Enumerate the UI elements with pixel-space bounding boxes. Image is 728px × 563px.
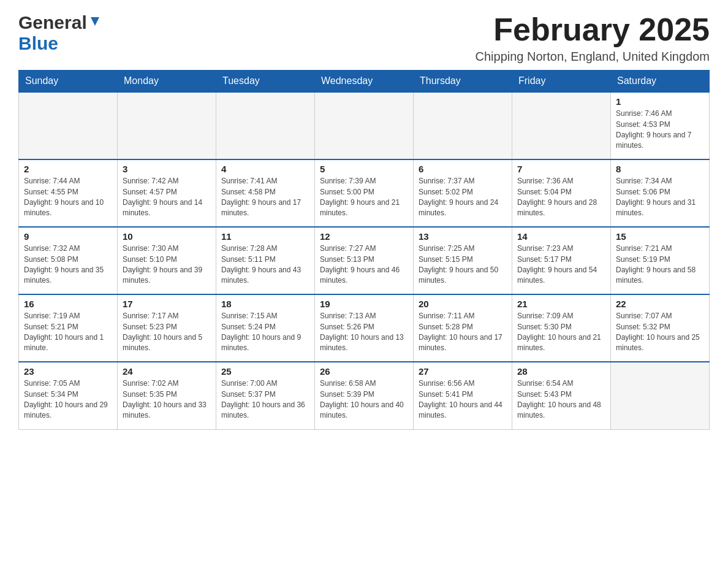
calendar-header: SundayMondayTuesdayWednesdayThursdayFrid… <box>19 71 710 93</box>
logo: General Blue <box>18 12 102 54</box>
day-info: Sunrise: 6:56 AMSunset: 5:41 PMDaylight:… <box>419 378 507 421</box>
day-number: 24 <box>123 366 211 377</box>
calendar-cell: 27Sunrise: 6:56 AMSunset: 5:41 PMDayligh… <box>414 362 512 429</box>
day-info: Sunrise: 7:25 AMSunset: 5:15 PMDaylight:… <box>419 243 507 286</box>
day-info: Sunrise: 7:32 AMSunset: 5:08 PMDaylight:… <box>24 243 112 286</box>
day-number: 19 <box>320 299 408 309</box>
day-number: 25 <box>221 366 309 377</box>
day-info: Sunrise: 7:19 AMSunset: 5:21 PMDaylight:… <box>24 311 112 354</box>
calendar-cell: 1Sunrise: 7:46 AMSunset: 4:53 PMDaylight… <box>611 92 710 159</box>
logo-arrow-icon <box>88 15 102 31</box>
day-number: 27 <box>419 366 507 377</box>
calendar-cell <box>611 362 710 429</box>
calendar-cell: 23Sunrise: 7:05 AMSunset: 5:34 PMDayligh… <box>19 362 118 429</box>
day-info: Sunrise: 7:21 AMSunset: 5:19 PMDaylight:… <box>616 243 704 286</box>
day-info: Sunrise: 7:02 AMSunset: 5:35 PMDaylight:… <box>123 378 211 421</box>
title-section: February 2025 Chipping Norton, England, … <box>476 12 710 64</box>
calendar-cell: 18Sunrise: 7:15 AMSunset: 5:24 PMDayligh… <box>216 294 315 362</box>
calendar-cell: 4Sunrise: 7:41 AMSunset: 4:58 PMDaylight… <box>216 159 315 227</box>
calendar-cell <box>414 92 512 159</box>
calendar-cell <box>19 92 118 159</box>
day-number: 23 <box>24 366 112 377</box>
day-info: Sunrise: 7:11 AMSunset: 5:28 PMDaylight:… <box>419 311 507 354</box>
calendar-cell: 14Sunrise: 7:23 AMSunset: 5:17 PMDayligh… <box>512 227 611 294</box>
day-info: Sunrise: 7:37 AMSunset: 5:02 PMDaylight:… <box>419 176 507 219</box>
calendar-cell: 10Sunrise: 7:30 AMSunset: 5:10 PMDayligh… <box>118 227 216 294</box>
calendar-cell <box>118 92 216 159</box>
calendar-week-3: 9Sunrise: 7:32 AMSunset: 5:08 PMDaylight… <box>19 227 710 294</box>
calendar-cell <box>315 92 414 159</box>
day-info: Sunrise: 7:41 AMSunset: 4:58 PMDaylight:… <box>221 176 309 219</box>
day-number: 3 <box>123 164 211 174</box>
calendar-cell: 12Sunrise: 7:27 AMSunset: 5:13 PMDayligh… <box>315 227 414 294</box>
day-number: 6 <box>419 164 507 174</box>
day-number: 10 <box>123 231 211 242</box>
day-info: Sunrise: 7:27 AMSunset: 5:13 PMDaylight:… <box>320 243 408 286</box>
calendar-cell: 19Sunrise: 7:13 AMSunset: 5:26 PMDayligh… <box>315 294 414 362</box>
day-info: Sunrise: 7:28 AMSunset: 5:11 PMDaylight:… <box>221 243 309 286</box>
weekday-header-wednesday: Wednesday <box>315 71 414 93</box>
day-number: 12 <box>320 231 408 242</box>
day-info: Sunrise: 7:39 AMSunset: 5:00 PMDaylight:… <box>320 176 408 219</box>
day-number: 13 <box>419 231 507 242</box>
calendar-week-5: 23Sunrise: 7:05 AMSunset: 5:34 PMDayligh… <box>19 362 710 429</box>
day-number: 5 <box>320 164 408 174</box>
calendar-cell: 25Sunrise: 7:00 AMSunset: 5:37 PMDayligh… <box>216 362 315 429</box>
day-number: 9 <box>24 231 112 242</box>
weekday-header-sunday: Sunday <box>19 71 118 93</box>
day-number: 22 <box>616 299 704 309</box>
calendar-cell: 11Sunrise: 7:28 AMSunset: 5:11 PMDayligh… <box>216 227 315 294</box>
svg-marker-0 <box>91 17 99 26</box>
day-info: Sunrise: 7:13 AMSunset: 5:26 PMDaylight:… <box>320 311 408 354</box>
calendar-cell: 22Sunrise: 7:07 AMSunset: 5:32 PMDayligh… <box>611 294 710 362</box>
calendar-cell <box>512 92 611 159</box>
day-number: 2 <box>24 164 112 174</box>
calendar-week-2: 2Sunrise: 7:44 AMSunset: 4:55 PMDaylight… <box>19 159 710 227</box>
day-info: Sunrise: 7:00 AMSunset: 5:37 PMDaylight:… <box>221 378 309 421</box>
calendar-cell: 21Sunrise: 7:09 AMSunset: 5:30 PMDayligh… <box>512 294 611 362</box>
calendar-table: SundayMondayTuesdayWednesdayThursdayFrid… <box>18 70 710 430</box>
weekday-header-row: SundayMondayTuesdayWednesdayThursdayFrid… <box>19 71 710 93</box>
day-number: 20 <box>419 299 507 309</box>
day-number: 17 <box>123 299 211 309</box>
calendar-cell: 28Sunrise: 6:54 AMSunset: 5:43 PMDayligh… <box>512 362 611 429</box>
calendar-cell: 13Sunrise: 7:25 AMSunset: 5:15 PMDayligh… <box>414 227 512 294</box>
calendar-body: 1Sunrise: 7:46 AMSunset: 4:53 PMDaylight… <box>19 92 710 429</box>
calendar-cell: 16Sunrise: 7:19 AMSunset: 5:21 PMDayligh… <box>19 294 118 362</box>
calendar-week-1: 1Sunrise: 7:46 AMSunset: 4:53 PMDaylight… <box>19 92 710 159</box>
day-number: 11 <box>221 231 309 242</box>
day-number: 15 <box>616 231 704 242</box>
day-info: Sunrise: 7:07 AMSunset: 5:32 PMDaylight:… <box>616 311 704 354</box>
calendar-cell <box>216 92 315 159</box>
day-number: 26 <box>320 366 408 377</box>
day-info: Sunrise: 6:54 AMSunset: 5:43 PMDaylight:… <box>517 378 605 421</box>
day-number: 14 <box>517 231 605 242</box>
page-header: General Blue February 2025 Chipping Nort… <box>18 12 710 64</box>
day-number: 4 <box>221 164 309 174</box>
day-number: 8 <box>616 164 704 174</box>
day-info: Sunrise: 7:05 AMSunset: 5:34 PMDaylight:… <box>24 378 112 421</box>
day-number: 28 <box>517 366 605 377</box>
calendar-cell: 8Sunrise: 7:34 AMSunset: 5:06 PMDaylight… <box>611 159 710 227</box>
calendar-week-4: 16Sunrise: 7:19 AMSunset: 5:21 PMDayligh… <box>19 294 710 362</box>
day-info: Sunrise: 7:30 AMSunset: 5:10 PMDaylight:… <box>123 243 211 286</box>
weekday-header-friday: Friday <box>512 71 611 93</box>
calendar-cell: 26Sunrise: 6:58 AMSunset: 5:39 PMDayligh… <box>315 362 414 429</box>
day-number: 1 <box>616 96 704 107</box>
calendar-cell: 7Sunrise: 7:36 AMSunset: 5:04 PMDaylight… <box>512 159 611 227</box>
day-info: Sunrise: 7:09 AMSunset: 5:30 PMDaylight:… <box>517 311 605 354</box>
day-info: Sunrise: 7:46 AMSunset: 4:53 PMDaylight:… <box>616 109 704 151</box>
calendar-cell: 15Sunrise: 7:21 AMSunset: 5:19 PMDayligh… <box>611 227 710 294</box>
logo-blue-text: Blue <box>18 33 58 54</box>
calendar-cell: 9Sunrise: 7:32 AMSunset: 5:08 PMDaylight… <box>19 227 118 294</box>
day-info: Sunrise: 6:58 AMSunset: 5:39 PMDaylight:… <box>320 378 408 421</box>
month-title: February 2025 <box>476 12 710 47</box>
calendar-cell: 3Sunrise: 7:42 AMSunset: 4:57 PMDaylight… <box>118 159 216 227</box>
weekday-header-tuesday: Tuesday <box>216 71 315 93</box>
day-info: Sunrise: 7:36 AMSunset: 5:04 PMDaylight:… <box>517 176 605 219</box>
day-number: 18 <box>221 299 309 309</box>
day-info: Sunrise: 7:42 AMSunset: 4:57 PMDaylight:… <box>123 176 211 219</box>
day-info: Sunrise: 7:23 AMSunset: 5:17 PMDaylight:… <box>517 243 605 286</box>
day-info: Sunrise: 7:17 AMSunset: 5:23 PMDaylight:… <box>123 311 211 354</box>
weekday-header-saturday: Saturday <box>611 71 710 93</box>
